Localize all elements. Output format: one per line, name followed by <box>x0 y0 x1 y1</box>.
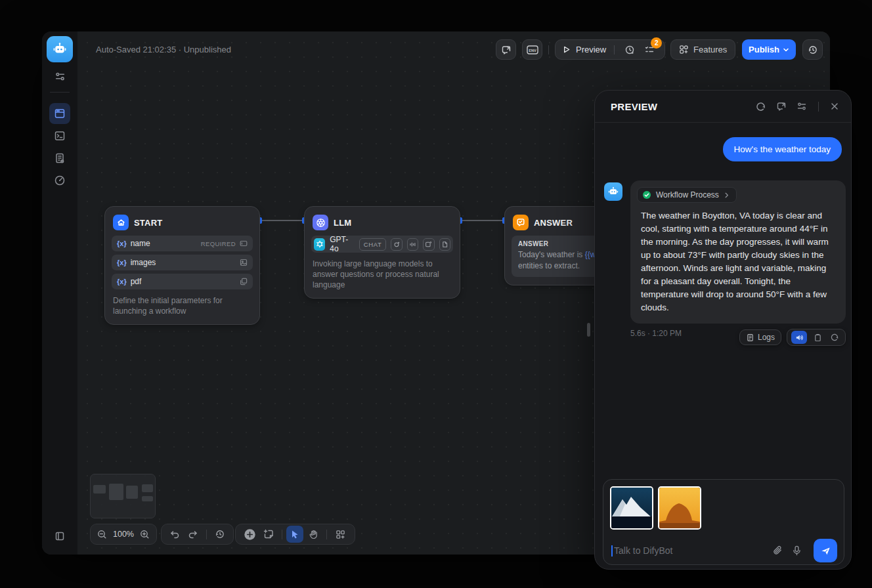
required-tag: REQUIRED <box>201 240 236 247</box>
send-button[interactable] <box>814 539 837 562</box>
model-name: GPT-4o <box>330 235 355 253</box>
sidebar-item-api[interactable] <box>49 125 70 146</box>
copy-button[interactable] <box>811 331 824 344</box>
text-input-icon <box>240 240 248 247</box>
chat-input[interactable]: Talk to DifyBot <box>610 539 837 562</box>
auto-layout-button[interactable] <box>331 525 349 543</box>
add-note-button[interactable] <box>259 525 278 543</box>
send-icon <box>820 545 831 556</box>
chat-settings-icon[interactable] <box>796 101 807 112</box>
version-history-button[interactable] <box>802 39 823 60</box>
zoom-level[interactable]: 100% <box>110 530 137 539</box>
refresh-conversation-icon[interactable] <box>755 101 766 112</box>
publish-button[interactable]: Publish <box>742 39 796 60</box>
checklist-button[interactable]: 2 <box>642 43 657 57</box>
minimap[interactable] <box>90 474 156 518</box>
add-node-button[interactable] <box>241 525 259 543</box>
restart-chat-button[interactable] <box>496 39 516 60</box>
collapse-sidebar-icon[interactable] <box>51 527 69 545</box>
composer: Talk to DifyBot <box>603 479 844 565</box>
input-placeholder: Talk to DifyBot <box>614 545 672 556</box>
canvas-scrollbar[interactable] <box>587 323 590 337</box>
node-title: ANSWER <box>534 218 573 228</box>
run-history-button[interactable] <box>622 43 637 57</box>
audio-capability-icon <box>407 238 418 251</box>
features-label: Features <box>693 45 727 54</box>
header-divider <box>818 102 819 112</box>
svg-text:ENV: ENV <box>529 48 536 52</box>
start-field-pdf[interactable]: {x} pdf <box>112 274 253 289</box>
app-settings-icon[interactable] <box>51 67 69 85</box>
undo-redo-controls <box>161 524 234 545</box>
features-button[interactable]: Features <box>670 39 735 60</box>
features-icon <box>679 45 689 54</box>
bot-avatar <box>604 182 622 201</box>
bot-message-text: The weather in Boydton, VA today is clea… <box>641 209 835 314</box>
speaker-icon <box>795 333 804 342</box>
app-logo-robot-icon[interactable] <box>47 36 73 62</box>
env-variables-button[interactable]: ENV <box>522 39 542 60</box>
zoom-out-button[interactable] <box>93 525 110 543</box>
env-icon: ENV <box>527 45 538 54</box>
regenerate-button[interactable] <box>828 331 841 344</box>
node-start[interactable]: START {x} name REQUIRED {x} images <box>104 206 260 325</box>
toolbar-divider <box>548 45 549 54</box>
zoom-controls: 100% <box>90 524 157 545</box>
pointer-mode-button[interactable] <box>286 525 305 543</box>
answer-icon <box>513 215 529 230</box>
workflow-process-toggle[interactable]: Workflow Process <box>637 187 737 203</box>
node-llm[interactable]: LLM GPT-4o CHAT <box>304 206 460 299</box>
sidebar-divider <box>50 92 70 93</box>
preview-header: PREVIEW <box>595 91 851 123</box>
sidebar-item-monitoring[interactable] <box>49 170 70 191</box>
image-capability-icon <box>423 238 434 251</box>
preview-title: PREVIEW <box>611 101 657 112</box>
document-capability-icon <box>439 238 450 251</box>
node-title: START <box>134 218 162 228</box>
voice-input-button[interactable] <box>792 545 802 556</box>
clear-chat-icon[interactable] <box>776 101 787 112</box>
bot-message-bubble: Workflow Process The weather in Boydton,… <box>630 180 846 324</box>
home-icon <box>113 215 129 230</box>
vision-capability-icon <box>391 238 402 251</box>
sidebar-item-orchestrate[interactable] <box>49 103 70 124</box>
preview-button[interactable]: Preview <box>576 45 606 54</box>
zoom-in-button[interactable] <box>137 525 154 543</box>
chat-clear-icon <box>501 45 512 55</box>
publish-label: Publish <box>749 45 779 54</box>
attach-file-button[interactable] <box>772 545 783 556</box>
user-message: How's the weather today <box>723 137 842 161</box>
sidebar-item-logs[interactable] <box>49 148 70 169</box>
hand-mode-button[interactable] <box>304 525 322 543</box>
openai-icon <box>314 238 325 251</box>
preview-group: Preview 2 <box>555 39 665 60</box>
speak-aloud-button[interactable] <box>791 331 807 344</box>
chevron-right-icon <box>724 192 730 198</box>
autosave-status: Auto-Saved 21:02:35 · Unpublished <box>96 45 231 54</box>
history-icon <box>808 45 818 55</box>
node-description: Define the initial parameters for launch… <box>112 295 253 316</box>
node-tools <box>235 524 355 545</box>
start-field-name[interactable]: {x} name REQUIRED <box>112 236 253 251</box>
model-mode-badge: CHAT <box>359 238 387 251</box>
message-actions: Logs <box>739 329 846 346</box>
llm-model-row[interactable]: GPT-4o CHAT <box>311 236 453 253</box>
edge-start-llm <box>261 220 303 221</box>
start-field-images[interactable]: {x} images <box>112 255 253 270</box>
logs-button[interactable]: Logs <box>739 329 781 345</box>
attachment-thumbnail-mountain-night[interactable] <box>610 486 653 530</box>
change-history-button[interactable] <box>211 525 229 543</box>
node-description: Invoking large language models to answer… <box>311 259 453 290</box>
close-icon[interactable] <box>830 102 839 111</box>
group-divider <box>614 45 615 54</box>
redo-button[interactable] <box>184 525 202 543</box>
clipboard-icon <box>814 333 822 342</box>
text-caret <box>611 545 613 556</box>
chat-area: How's the weather today Workflow Process… <box>595 123 851 477</box>
paperclip-icon <box>772 545 783 556</box>
check-circle-icon <box>642 190 651 200</box>
attachment-thumbnail-mountain-sunset[interactable] <box>658 486 701 530</box>
preview-panel: PREVIEW How's the weather today <box>594 90 852 570</box>
undo-button[interactable] <box>165 525 184 543</box>
chevron-down-icon <box>783 47 789 53</box>
